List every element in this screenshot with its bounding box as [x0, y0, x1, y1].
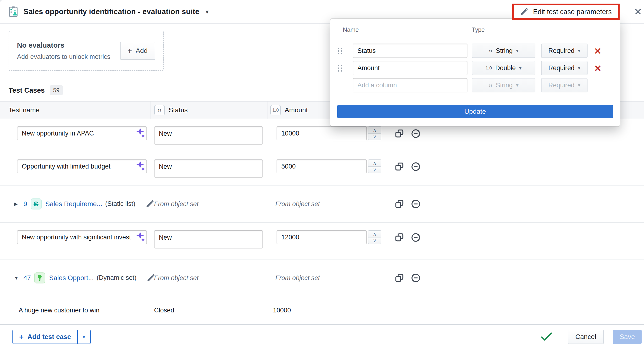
- parameter-type-dropdown[interactable]: 1.0 Double ▾: [472, 61, 536, 75]
- cancel-button[interactable]: Cancel: [568, 330, 604, 344]
- object-set-cluster: ▶ 9 S Sales Requireme... (Static list): [0, 186, 644, 222]
- ai-sparkle-icon[interactable]: [136, 231, 146, 243]
- edit-test-case-parameters-button[interactable]: Edit test case parameters: [514, 5, 618, 18]
- parameter-type-dropdown[interactable]: ” String ▾: [472, 44, 536, 58]
- add-test-case-button[interactable]: + Add test case: [13, 330, 77, 343]
- double-type-icon: 1.0: [486, 65, 492, 71]
- object-set-kind: (Static list): [105, 200, 136, 208]
- amount-from-object-set: From object set: [275, 274, 320, 281]
- stepper-down-button[interactable]: ∨: [368, 166, 381, 173]
- new-parameter-type-dropdown[interactable]: ” String ▾: [472, 78, 536, 92]
- amount-input[interactable]: [276, 126, 367, 140]
- drag-handle-icon[interactable]: [338, 48, 342, 54]
- duplicate-row-icon[interactable]: [395, 233, 404, 242]
- add-test-case-dropdown-caret[interactable]: ▾: [77, 330, 90, 343]
- plus-icon: +: [128, 47, 132, 54]
- status-input[interactable]: New: [154, 126, 263, 145]
- object-set-child-row: A huge new customer to win Closed 10000: [0, 296, 644, 324]
- test-name-input[interactable]: [17, 126, 147, 140]
- stepper-up-button[interactable]: ∧: [368, 159, 381, 166]
- update-button[interactable]: Update: [337, 105, 613, 118]
- no-evaluators-heading: No evaluators: [17, 41, 110, 49]
- remove-row-icon[interactable]: [411, 199, 420, 209]
- amount-stepper: ∧ ∨: [368, 126, 381, 140]
- lightbulb-icon: [34, 272, 45, 283]
- column-divider: [150, 102, 150, 119]
- test-case-row: New ∧ ∨: [0, 223, 644, 260]
- double-type-icon: 1.0: [270, 105, 281, 115]
- delete-parameter-icon[interactable]: ×: [594, 45, 601, 57]
- edit-parameters-popover: Name Type ” String ▾ Required ▾ × 1.0 Do…: [330, 19, 620, 126]
- struct-icon: S: [30, 198, 42, 209]
- amount-input[interactable]: [276, 230, 367, 244]
- duplicate-row-icon[interactable]: [395, 162, 404, 171]
- status-from-object-set: From object set: [154, 200, 198, 208]
- status-input[interactable]: New: [154, 159, 263, 178]
- remove-row-icon[interactable]: [411, 273, 420, 283]
- parameter-row: 1.0 Double ▾ Required ▾ ×: [330, 61, 620, 76]
- chevron-down-icon: ▾: [516, 48, 519, 54]
- delete-parameter-icon[interactable]: ×: [594, 63, 601, 74]
- drag-handle-icon[interactable]: [338, 65, 342, 72]
- annotation-highlight-box: Edit test case parameters: [512, 4, 620, 20]
- chevron-down-icon: ▾: [519, 65, 522, 71]
- test-name-input[interactable]: [17, 159, 147, 173]
- object-set-cluster: ▼ 47 Sales Opport... (Dynamic set): [0, 260, 644, 296]
- parameter-required-dropdown[interactable]: Required ▾: [541, 44, 588, 58]
- amount-input[interactable]: [276, 159, 367, 173]
- duplicate-row-icon[interactable]: [395, 273, 404, 283]
- test-cases-count-badge: 59: [50, 85, 63, 95]
- object-set-row: ▼ 47 Sales Opport... (Dynamic set) From …: [0, 260, 644, 296]
- status-from-object-set: From object set: [154, 274, 198, 281]
- test-cases-title: Test Cases: [8, 86, 45, 94]
- add-evaluator-button[interactable]: + Add: [120, 42, 155, 60]
- stepper-up-button[interactable]: ∧: [368, 126, 381, 133]
- parameter-required-dropdown[interactable]: Required ▾: [541, 61, 588, 75]
- duplicate-row-icon[interactable]: [395, 129, 404, 138]
- expand-caret-icon[interactable]: ▶: [14, 201, 20, 207]
- test-case-row: New ∧ ∨: [0, 152, 644, 186]
- remove-row-icon[interactable]: [411, 129, 420, 138]
- parameter-name-input[interactable]: [352, 61, 468, 75]
- no-evaluators-panel: No evaluators Add evaluators to unlock m…: [8, 31, 164, 71]
- name-column-label: Name: [343, 26, 359, 33]
- close-icon[interactable]: ×: [634, 5, 642, 18]
- new-parameter-row: ” String ▾ Required ▾: [330, 78, 620, 93]
- evaluation-suite-icon: [8, 6, 19, 18]
- chevron-down-icon: ▾: [578, 48, 580, 54]
- object-set-link[interactable]: Sales Requireme...: [46, 200, 102, 208]
- evaluators-text: No evaluators Add evaluators to unlock m…: [17, 41, 110, 61]
- duplicate-row-icon[interactable]: [395, 199, 404, 209]
- footer-bar: + Add test case ▾ Cancel Save: [0, 324, 644, 349]
- plus-icon: +: [19, 333, 24, 341]
- add-column-input[interactable]: [352, 78, 468, 92]
- remove-row-icon[interactable]: [411, 233, 420, 242]
- remove-row-icon[interactable]: [411, 162, 420, 171]
- save-button[interactable]: Save: [613, 330, 642, 344]
- object-set-link[interactable]: Sales Opport...: [49, 274, 94, 282]
- column-divider: [267, 102, 268, 119]
- status-input[interactable]: New: [154, 230, 263, 248]
- stepper-down-button[interactable]: ∨: [368, 133, 381, 140]
- child-amount: 10000: [273, 306, 291, 314]
- title-dropdown-caret-icon[interactable]: ▾: [206, 8, 208, 16]
- footer-actions: Cancel Save: [541, 330, 642, 344]
- stepper-up-button[interactable]: ∧: [368, 230, 381, 237]
- chevron-down-icon: ▾: [516, 82, 519, 88]
- new-parameter-required-dropdown[interactable]: Required ▾: [541, 78, 588, 92]
- edit-pencil-icon[interactable]: [146, 200, 154, 208]
- stepper-down-button[interactable]: ∨: [368, 237, 381, 244]
- ai-sparkle-icon[interactable]: [136, 160, 146, 172]
- add-test-case-split-button: + Add test case ▾: [12, 330, 91, 344]
- column-header-test-name: Test name: [8, 102, 40, 119]
- parameter-name-input[interactable]: [352, 44, 468, 58]
- type-column-label: Type: [472, 26, 485, 33]
- parameter-row: ” String ▾ Required ▾ ×: [330, 44, 620, 58]
- test-name-input[interactable]: [17, 230, 147, 244]
- collapse-caret-icon[interactable]: ▼: [14, 275, 20, 281]
- validation-check-icon: [541, 332, 552, 341]
- chevron-down-icon: ▾: [578, 82, 580, 88]
- amount-stepper: ∧ ∨: [368, 159, 381, 173]
- no-evaluators-subheading: Add evaluators to unlock metrics: [17, 53, 110, 61]
- ai-sparkle-icon[interactable]: [136, 127, 146, 139]
